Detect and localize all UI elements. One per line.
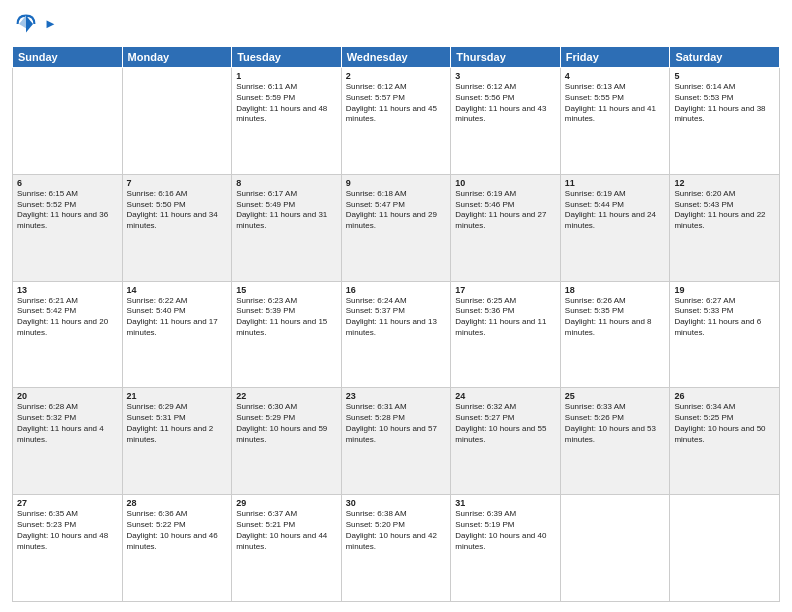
cell-content: Sunrise: 6:25 AMSunset: 5:36 PMDaylight:… [455,296,556,339]
day-header-wednesday: Wednesday [341,47,451,68]
cell-content: Sunrise: 6:29 AMSunset: 5:31 PMDaylight:… [127,402,228,445]
cell-content: Sunrise: 6:17 AMSunset: 5:49 PMDaylight:… [236,189,337,232]
calendar-cell: 3Sunrise: 6:12 AMSunset: 5:56 PMDaylight… [451,68,561,175]
calendar-cell: 29Sunrise: 6:37 AMSunset: 5:21 PMDayligh… [232,495,342,602]
cell-content: Sunrise: 6:27 AMSunset: 5:33 PMDaylight:… [674,296,775,339]
day-number: 1 [236,71,337,81]
cell-content: Sunrise: 6:38 AMSunset: 5:20 PMDaylight:… [346,509,447,552]
calendar-cell: 15Sunrise: 6:23 AMSunset: 5:39 PMDayligh… [232,281,342,388]
calendar-cell: 9Sunrise: 6:18 AMSunset: 5:47 PMDaylight… [341,174,451,281]
calendar-cell: 7Sunrise: 6:16 AMSunset: 5:50 PMDaylight… [122,174,232,281]
calendar-week-1: 1Sunrise: 6:11 AMSunset: 5:59 PMDaylight… [13,68,780,175]
day-number: 17 [455,285,556,295]
calendar-cell [122,68,232,175]
day-number: 10 [455,178,556,188]
calendar-cell: 2Sunrise: 6:12 AMSunset: 5:57 PMDaylight… [341,68,451,175]
calendar-cell: 26Sunrise: 6:34 AMSunset: 5:25 PMDayligh… [670,388,780,495]
cell-content: Sunrise: 6:22 AMSunset: 5:40 PMDaylight:… [127,296,228,339]
day-number: 9 [346,178,447,188]
day-number: 26 [674,391,775,401]
page: ► SundayMondayTuesdayWednesdayThursdayFr… [0,0,792,612]
day-number: 7 [127,178,228,188]
calendar-cell: 5Sunrise: 6:14 AMSunset: 5:53 PMDaylight… [670,68,780,175]
cell-content: Sunrise: 6:13 AMSunset: 5:55 PMDaylight:… [565,82,666,125]
day-number: 22 [236,391,337,401]
day-number: 31 [455,498,556,508]
calendar-cell: 30Sunrise: 6:38 AMSunset: 5:20 PMDayligh… [341,495,451,602]
logo-text: ► [44,17,57,31]
calendar-cell: 21Sunrise: 6:29 AMSunset: 5:31 PMDayligh… [122,388,232,495]
logo-icon [12,10,40,38]
logo-blue-icon: ► [44,16,57,31]
cell-content: Sunrise: 6:19 AMSunset: 5:46 PMDaylight:… [455,189,556,232]
cell-content: Sunrise: 6:33 AMSunset: 5:26 PMDaylight:… [565,402,666,445]
day-number: 21 [127,391,228,401]
cell-content: Sunrise: 6:30 AMSunset: 5:29 PMDaylight:… [236,402,337,445]
calendar-cell [560,495,670,602]
calendar-cell: 22Sunrise: 6:30 AMSunset: 5:29 PMDayligh… [232,388,342,495]
cell-content: Sunrise: 6:34 AMSunset: 5:25 PMDaylight:… [674,402,775,445]
day-number: 27 [17,498,118,508]
calendar-cell: 10Sunrise: 6:19 AMSunset: 5:46 PMDayligh… [451,174,561,281]
calendar-week-4: 20Sunrise: 6:28 AMSunset: 5:32 PMDayligh… [13,388,780,495]
calendar-cell: 16Sunrise: 6:24 AMSunset: 5:37 PMDayligh… [341,281,451,388]
calendar-cell: 14Sunrise: 6:22 AMSunset: 5:40 PMDayligh… [122,281,232,388]
day-number: 3 [455,71,556,81]
cell-content: Sunrise: 6:28 AMSunset: 5:32 PMDaylight:… [17,402,118,445]
logo: ► [12,10,57,38]
day-number: 12 [674,178,775,188]
day-number: 19 [674,285,775,295]
calendar-cell: 20Sunrise: 6:28 AMSunset: 5:32 PMDayligh… [13,388,123,495]
calendar-cell: 17Sunrise: 6:25 AMSunset: 5:36 PMDayligh… [451,281,561,388]
calendar-cell: 13Sunrise: 6:21 AMSunset: 5:42 PMDayligh… [13,281,123,388]
day-header-saturday: Saturday [670,47,780,68]
day-number: 13 [17,285,118,295]
day-number: 11 [565,178,666,188]
cell-content: Sunrise: 6:21 AMSunset: 5:42 PMDaylight:… [17,296,118,339]
calendar-week-5: 27Sunrise: 6:35 AMSunset: 5:23 PMDayligh… [13,495,780,602]
cell-content: Sunrise: 6:12 AMSunset: 5:57 PMDaylight:… [346,82,447,125]
calendar-cell [670,495,780,602]
cell-content: Sunrise: 6:31 AMSunset: 5:28 PMDaylight:… [346,402,447,445]
cell-content: Sunrise: 6:18 AMSunset: 5:47 PMDaylight:… [346,189,447,232]
day-header-sunday: Sunday [13,47,123,68]
calendar-cell: 4Sunrise: 6:13 AMSunset: 5:55 PMDaylight… [560,68,670,175]
day-number: 4 [565,71,666,81]
calendar-cell: 25Sunrise: 6:33 AMSunset: 5:26 PMDayligh… [560,388,670,495]
cell-content: Sunrise: 6:26 AMSunset: 5:35 PMDaylight:… [565,296,666,339]
calendar-cell: 11Sunrise: 6:19 AMSunset: 5:44 PMDayligh… [560,174,670,281]
day-number: 30 [346,498,447,508]
calendar-cell: 28Sunrise: 6:36 AMSunset: 5:22 PMDayligh… [122,495,232,602]
calendar-cell: 1Sunrise: 6:11 AMSunset: 5:59 PMDaylight… [232,68,342,175]
day-number: 18 [565,285,666,295]
day-header-monday: Monday [122,47,232,68]
calendar-week-2: 6Sunrise: 6:15 AMSunset: 5:52 PMDaylight… [13,174,780,281]
day-header-friday: Friday [560,47,670,68]
day-number: 5 [674,71,775,81]
day-number: 6 [17,178,118,188]
cell-content: Sunrise: 6:24 AMSunset: 5:37 PMDaylight:… [346,296,447,339]
calendar-cell: 18Sunrise: 6:26 AMSunset: 5:35 PMDayligh… [560,281,670,388]
cell-content: Sunrise: 6:14 AMSunset: 5:53 PMDaylight:… [674,82,775,125]
cell-content: Sunrise: 6:15 AMSunset: 5:52 PMDaylight:… [17,189,118,232]
day-number: 20 [17,391,118,401]
cell-content: Sunrise: 6:37 AMSunset: 5:21 PMDaylight:… [236,509,337,552]
cell-content: Sunrise: 6:20 AMSunset: 5:43 PMDaylight:… [674,189,775,232]
calendar-week-3: 13Sunrise: 6:21 AMSunset: 5:42 PMDayligh… [13,281,780,388]
calendar-cell: 12Sunrise: 6:20 AMSunset: 5:43 PMDayligh… [670,174,780,281]
calendar-cell: 27Sunrise: 6:35 AMSunset: 5:23 PMDayligh… [13,495,123,602]
cell-content: Sunrise: 6:35 AMSunset: 5:23 PMDaylight:… [17,509,118,552]
calendar-cell: 6Sunrise: 6:15 AMSunset: 5:52 PMDaylight… [13,174,123,281]
day-number: 15 [236,285,337,295]
cell-content: Sunrise: 6:12 AMSunset: 5:56 PMDaylight:… [455,82,556,125]
day-number: 28 [127,498,228,508]
cell-content: Sunrise: 6:32 AMSunset: 5:27 PMDaylight:… [455,402,556,445]
calendar-header-row: SundayMondayTuesdayWednesdayThursdayFrid… [13,47,780,68]
day-number: 25 [565,391,666,401]
cell-content: Sunrise: 6:39 AMSunset: 5:19 PMDaylight:… [455,509,556,552]
calendar-cell: 8Sunrise: 6:17 AMSunset: 5:49 PMDaylight… [232,174,342,281]
day-header-tuesday: Tuesday [232,47,342,68]
day-number: 2 [346,71,447,81]
cell-content: Sunrise: 6:19 AMSunset: 5:44 PMDaylight:… [565,189,666,232]
day-number: 23 [346,391,447,401]
